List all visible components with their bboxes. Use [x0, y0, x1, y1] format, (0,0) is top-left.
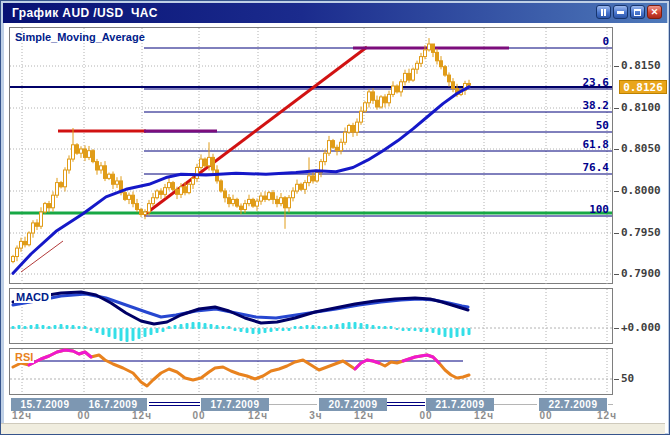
time-label: 12ч [120, 410, 164, 421]
rsi-panel[interactable] [9, 348, 614, 396]
time-label: 00 [404, 410, 448, 421]
candle [396, 84, 399, 93]
candle [380, 95, 383, 108]
price-axis-label: 0.8000 [621, 184, 661, 197]
candle [348, 124, 351, 134]
fibonacci-level-label: 23.6 [583, 76, 610, 89]
chart-window: График AUD /USD ЧАС Simple_Moving_Averag… [0, 0, 670, 435]
pin-button[interactable] [596, 5, 611, 19]
candle [28, 231, 31, 246]
candle [44, 202, 47, 214]
price-axis-label: 0.8050 [621, 142, 661, 155]
time-label: 12ч [236, 410, 280, 421]
date-connector [269, 404, 317, 405]
price-axis-tick [614, 379, 619, 380]
price-axis-tick [614, 191, 619, 192]
price-chart-panel[interactable] [9, 27, 614, 285]
minimize-button[interactable] [613, 5, 628, 19]
sma-indicator-label: Simple_Moving_Average [15, 31, 145, 43]
candle [316, 171, 319, 183]
price-axis-tick [614, 66, 619, 67]
candle [76, 143, 79, 155]
current-price-badge: 0.8126 [619, 80, 667, 94]
window-buttons [596, 5, 662, 19]
time-label: 12ч [585, 410, 629, 421]
price-axis-tick [614, 328, 619, 329]
candle [92, 149, 95, 163]
rsi-indicator-label: RSI [14, 351, 34, 363]
time-label: 00 [62, 410, 106, 421]
date-connector [149, 402, 200, 406]
rsi-level-label: 50 [621, 372, 634, 385]
macd-zero-label: +0.000 [621, 321, 661, 334]
candle [220, 179, 223, 192]
candle [12, 255, 15, 263]
time-label: 12ч [0, 410, 44, 421]
status-strip [1, 423, 665, 434]
candle [444, 65, 447, 77]
date-connector [387, 402, 425, 406]
fibonacci-level-label: 76.4 [583, 161, 610, 174]
date-connector [494, 404, 537, 405]
time-label: 00 [177, 410, 221, 421]
fibonacci-level-label: 38.2 [583, 99, 610, 112]
price-axis-tick [614, 108, 619, 109]
candle [332, 139, 335, 149]
close-button[interactable] [647, 5, 662, 19]
fibonacci-level-label: 61.8 [583, 138, 610, 151]
price-axis-tick [614, 149, 619, 150]
candle [412, 68, 415, 82]
window-title: График AUD /USD ЧАС [12, 6, 158, 20]
time-label: 3ч [294, 410, 338, 421]
candle [172, 181, 175, 191]
price-axis-label: 0.8100 [621, 101, 661, 114]
window-content [4, 23, 668, 433]
price-axis-label: 0.8150 [621, 59, 661, 72]
candle [364, 101, 367, 113]
date-connector [608, 404, 613, 405]
time-label: 00 [524, 410, 568, 421]
candle [156, 189, 159, 199]
macd-indicator-label: MACD [14, 291, 51, 303]
fibonacci-level-label: 50 [596, 119, 609, 132]
time-label: 12ч [342, 410, 386, 421]
title-bar[interactable]: График AUD /USD ЧАС [3, 3, 667, 23]
macd-panel[interactable] [9, 288, 614, 345]
price-axis-tick [614, 233, 619, 234]
candle [252, 198, 255, 208]
price-axis-label: 0.7950 [621, 226, 661, 239]
candle [124, 191, 127, 201]
candle [204, 157, 207, 167]
price-axis-tick [614, 274, 619, 275]
fibonacci-level-label: 100 [589, 203, 609, 216]
price-axis-label: 0.7900 [621, 267, 661, 280]
candle [236, 198, 239, 208]
time-label: 12ч [462, 410, 506, 421]
candle [188, 183, 191, 195]
maximize-button[interactable] [630, 5, 645, 19]
candle [300, 183, 303, 191]
candle [268, 191, 271, 201]
fibonacci-level-label: 0 [602, 35, 609, 48]
